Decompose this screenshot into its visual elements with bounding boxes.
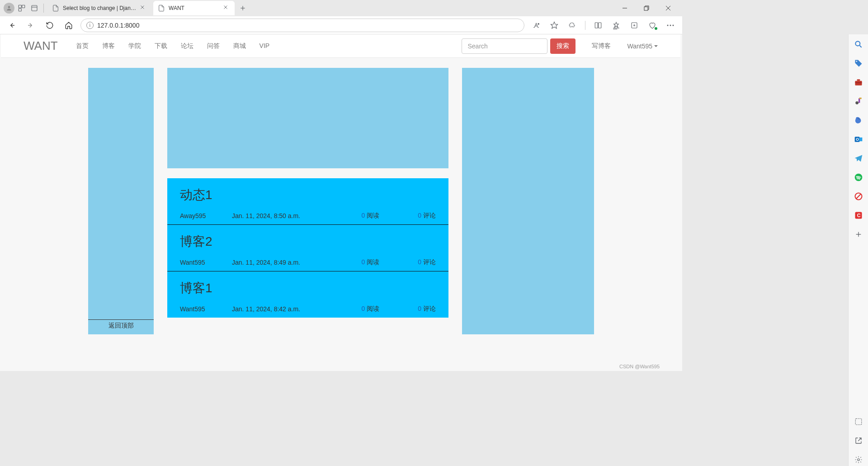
- svg-rect-21: [595, 23, 598, 28]
- right-sidebar: [462, 68, 594, 334]
- extensions-icon[interactable]: [565, 18, 580, 33]
- nav-link-blog[interactable]: 博客: [95, 35, 122, 57]
- url-text: 127.0.0.1:8000: [97, 22, 139, 29]
- site-navbar: WANT 首页 博客 学院 下载 论坛 问答 商城 VIP 搜索 写博客 Wan…: [1, 34, 680, 58]
- post-title[interactable]: 动态1: [180, 186, 436, 204]
- forward-button[interactable]: [24, 18, 38, 33]
- post-read-stat: 0阅读: [361, 258, 379, 266]
- back-button[interactable]: [5, 18, 19, 33]
- file-icon: [52, 5, 59, 12]
- post-read-stat: 0阅读: [361, 305, 379, 313]
- address-bar[interactable]: i 127.0.0.1:8000: [80, 19, 524, 32]
- favorites-list-icon[interactable]: [609, 18, 623, 33]
- svg-rect-22: [599, 23, 601, 28]
- svg-rect-1: [19, 5, 21, 8]
- watermark: CSDN @Want595: [619, 364, 660, 369]
- svg-text:»: »: [538, 22, 539, 24]
- post-date: Jan. 11, 2024, 8:50 a.m.: [232, 212, 300, 219]
- maximize-button[interactable]: [636, 1, 657, 15]
- tab-title: WANT: [169, 5, 219, 11]
- search-input[interactable]: [462, 38, 547, 54]
- tab-title: Select blog to change | Django si: [63, 5, 136, 11]
- read-aloud-icon[interactable]: »: [529, 18, 543, 33]
- svg-point-0: [8, 6, 10, 8]
- post-comment-stat: 0评论: [418, 258, 436, 266]
- post-item[interactable]: 博客1 Want595 Jan. 11, 2024, 8:42 a.m. 0阅读…: [167, 271, 448, 318]
- profile-icon[interactable]: [4, 3, 14, 14]
- favorite-icon[interactable]: [547, 18, 561, 33]
- svg-rect-13: [644, 7, 648, 10]
- split-screen-icon[interactable]: [591, 18, 605, 33]
- site-info-icon[interactable]: i: [86, 22, 94, 29]
- browser-tab-want[interactable]: WANT: [153, 1, 235, 15]
- post-read-stat: 0阅读: [361, 212, 379, 220]
- left-sidebar: 返回顶部: [88, 68, 154, 334]
- post-comment-stat: 0评论: [418, 212, 436, 220]
- svg-point-30: [670, 24, 671, 26]
- browser-essentials-icon[interactable]: [645, 18, 660, 33]
- tab-actions-icon[interactable]: [29, 3, 40, 14]
- svg-rect-4: [32, 5, 37, 11]
- svg-point-29: [667, 24, 669, 26]
- hero-banner: [167, 68, 448, 168]
- user-menu[interactable]: Want595: [627, 43, 658, 50]
- nav-link-qa[interactable]: 问答: [200, 35, 226, 57]
- back-to-top-link[interactable]: 返回顶部: [88, 319, 154, 334]
- post-date: Jan. 11, 2024, 8:49 a.m.: [232, 259, 300, 266]
- post-author[interactable]: Away595: [180, 212, 212, 219]
- close-icon[interactable]: [223, 5, 230, 12]
- post-item[interactable]: 动态1 Away595 Jan. 11, 2024, 8:50 a.m. 0阅读…: [167, 178, 448, 225]
- post-comment-stat: 0评论: [418, 305, 436, 313]
- collections-icon[interactable]: [627, 18, 642, 33]
- nav-link-vip[interactable]: VIP: [253, 35, 277, 57]
- nav-link-academy[interactable]: 学院: [122, 35, 148, 57]
- refresh-button[interactable]: [42, 18, 57, 33]
- close-icon[interactable]: [140, 5, 147, 12]
- new-tab-button[interactable]: [236, 2, 249, 14]
- post-item[interactable]: 博客2 Want595 Jan. 11, 2024, 8:49 a.m. 0阅读…: [167, 225, 448, 271]
- post-author[interactable]: Want595: [180, 259, 212, 266]
- home-button[interactable]: [61, 18, 76, 33]
- browser-tab-django[interactable]: Select blog to change | Django si: [47, 1, 151, 15]
- more-icon[interactable]: [663, 18, 678, 33]
- file-icon: [158, 5, 165, 12]
- username-label: Want595: [627, 43, 652, 50]
- svg-rect-3: [19, 9, 21, 11]
- post-title[interactable]: 博客1: [180, 280, 436, 297]
- post-author[interactable]: Want595: [180, 305, 212, 313]
- search-button[interactable]: 搜索: [550, 38, 576, 54]
- minimize-button[interactable]: [614, 1, 635, 15]
- nav-links: 首页 博客 学院 下载 论坛 问答 商城 VIP: [69, 35, 277, 57]
- post-title[interactable]: 博客2: [180, 233, 436, 250]
- svg-marker-20: [551, 22, 558, 28]
- workspaces-icon[interactable]: [16, 3, 27, 14]
- nav-link-download[interactable]: 下载: [148, 35, 174, 57]
- nav-link-forum[interactable]: 论坛: [174, 35, 200, 57]
- post-date: Jan. 11, 2024, 8:42 a.m.: [232, 305, 300, 313]
- svg-point-31: [673, 24, 674, 26]
- nav-link-mall[interactable]: 商城: [226, 35, 253, 57]
- svg-rect-2: [22, 5, 25, 8]
- caret-down-icon: [654, 45, 658, 47]
- write-blog-link[interactable]: 写博客: [592, 42, 611, 50]
- brand-logo[interactable]: WANT: [24, 39, 58, 53]
- nav-link-home[interactable]: 首页: [69, 35, 95, 57]
- post-list: 动态1 Away595 Jan. 11, 2024, 8:50 a.m. 0阅读…: [167, 178, 448, 318]
- close-window-button[interactable]: [658, 1, 679, 15]
- svg-marker-23: [614, 22, 619, 27]
